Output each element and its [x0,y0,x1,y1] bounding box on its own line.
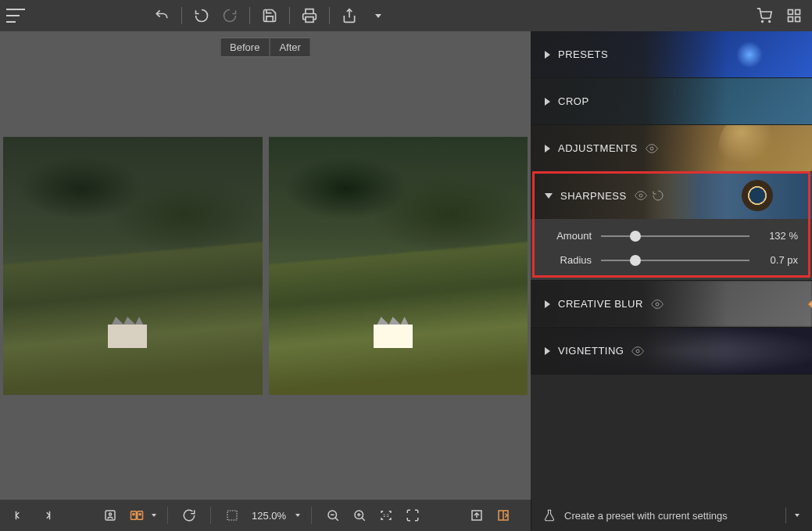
svg-line-26 [362,518,365,521]
bottom-toolbar: 125.0% 1:1 Create a [0,500,812,531]
panel-crop[interactable]: CROP [531,78,812,125]
panel-presets[interactable]: PRESETS [531,31,812,78]
panel-creative-blur[interactable]: CREATIVE BLUR [531,281,812,328]
expand-icon [545,98,550,106]
right-panel: PRESETS CROP ADJUSTMENTS [531,31,812,500]
zoom-dropdown-icon[interactable] [295,514,300,517]
eye-icon[interactable] [631,345,644,357]
after-label: After [269,38,310,57]
svg-point-12 [636,350,639,353]
svg-rect-4 [789,10,793,15]
top-toolbar [0,0,812,31]
expand-icon [545,145,550,152]
prev-image-icon[interactable] [9,505,30,526]
eye-icon[interactable] [646,142,658,155]
slider-thumb[interactable] [630,255,641,266]
section-title: ADJUSTMENTS [558,142,638,154]
slider-amount: Amount 132 % [545,230,798,242]
zoom-out-icon[interactable] [323,505,343,526]
svg-rect-0 [306,17,313,23]
redo-step-icon[interactable] [218,4,241,27]
svg-rect-6 [796,17,800,22]
slider-thumb[interactable] [630,231,641,242]
undo-icon[interactable] [150,4,173,27]
image-viewer: Before After [0,31,531,500]
svg-point-9 [650,147,653,150]
svg-point-20 [139,513,141,515]
svg-text:1:1: 1:1 [383,513,388,518]
before-image[interactable] [3,137,263,395]
zoom-level[interactable]: 125.0% [249,510,289,522]
share-icon[interactable] [338,4,361,27]
panel-sharpness: SHARPNESS Amount 132 % R [531,172,812,281]
svg-rect-5 [796,10,800,15]
slider-label: Radius [545,254,592,266]
slider-label: Amount [545,230,592,242]
view-dropdown-icon[interactable] [152,514,156,517]
slider-value[interactable]: 132 % [759,230,798,242]
reset-icon[interactable] [652,189,664,202]
svg-point-19 [133,513,134,515]
section-title: CROP [558,95,589,107]
next-image-icon[interactable] [36,505,56,526]
cart-icon[interactable] [753,4,776,27]
collapse-icon [545,193,553,199]
after-image[interactable] [269,137,528,395]
panel-collapse-icon[interactable] [808,300,812,308]
actual-size-icon[interactable]: 1:1 [376,505,396,526]
svg-rect-7 [789,17,793,22]
slider-track[interactable] [601,260,749,261]
panel-adjustments[interactable]: ADJUSTMENTS [531,125,812,172]
share-dropdown-icon[interactable] [375,14,381,18]
export-icon[interactable] [493,505,513,526]
preset-dropdown-icon[interactable] [785,508,801,523]
menu-icon[interactable] [6,9,25,23]
panel-sharpness-header[interactable]: SHARPNESS [531,172,812,219]
expand-icon [545,51,550,59]
svg-point-2 [762,21,764,23]
eye-icon[interactable] [651,298,664,310]
section-title: SHARPNESS [560,190,627,202]
svg-rect-21 [227,511,237,520]
expand-icon [545,347,550,355]
section-title: PRESETS [558,48,608,60]
grid-overlay-icon[interactable] [222,505,242,526]
section-title: CREATIVE BLUR [558,298,643,310]
flask-icon [542,508,556,522]
save-icon[interactable] [258,4,281,27]
fit-screen-icon[interactable] [402,505,423,526]
undo-step-icon[interactable] [190,4,213,27]
panel-vignetting[interactable]: VIGNETTING [531,328,812,375]
svg-point-11 [656,303,659,306]
print-icon[interactable] [298,4,321,27]
section-title: VIGNETTING [558,345,624,357]
slider-value[interactable]: 0.7 px [759,254,798,266]
expand-icon [545,300,550,308]
import-icon[interactable] [467,505,487,526]
rotate-icon[interactable] [179,505,199,526]
single-view-icon[interactable] [100,505,120,526]
slider-radius: Radius 0.7 px [545,254,798,266]
svg-point-3 [769,21,771,23]
before-label: Before [220,38,269,57]
eye-icon[interactable] [635,189,647,202]
svg-point-16 [109,513,112,515]
svg-point-10 [639,194,642,197]
zoom-in-icon[interactable] [349,505,370,526]
create-preset-label: Create a preset with current settings [564,510,728,522]
compare-view-icon[interactable] [127,505,147,526]
grid-icon[interactable] [782,4,806,27]
svg-line-23 [335,518,338,521]
slider-track[interactable] [601,235,749,237]
create-preset-button[interactable]: Create a preset with current settings [531,500,812,531]
